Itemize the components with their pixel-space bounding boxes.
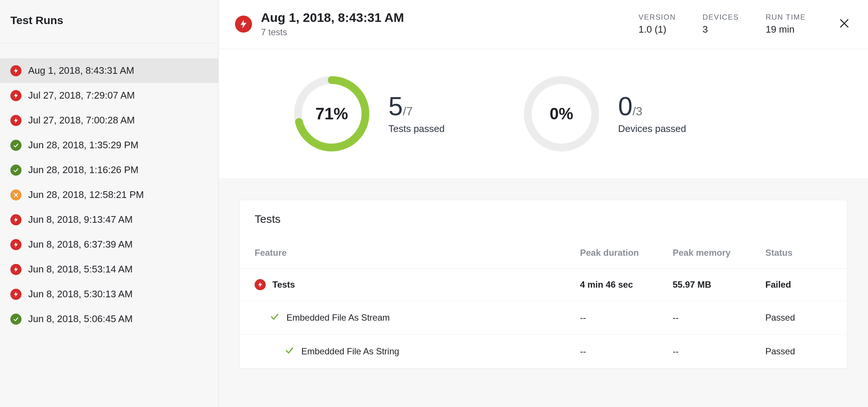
peak-duration-cell: 4 min 46 sec: [580, 279, 673, 290]
col-peak-memory: Peak memory: [673, 248, 765, 258]
sidebar-run-item[interactable]: Jul 27, 2018, 7:29:07 AM: [0, 83, 218, 108]
table-row[interactable]: Embedded File As String----Passed: [240, 335, 847, 368]
sidebar-run-item[interactable]: Jun 28, 2018, 1:35:29 PM: [0, 133, 218, 158]
check-icon: [269, 311, 280, 324]
sidebar-run-label: Jun 8, 2018, 6:37:39 AM: [28, 239, 133, 250]
col-status: Status: [765, 248, 832, 258]
check-icon: [10, 314, 21, 325]
feature-cell: Embedded File As Stream: [255, 311, 580, 324]
sidebar-run-label: Jun 8, 2018, 5:30:13 AM: [28, 288, 133, 300]
sidebar-run-item[interactable]: Jun 8, 2018, 5:53:14 AM: [0, 257, 218, 282]
run-subtitle: 7 tests: [261, 27, 404, 37]
tests-table-body: Tests4 min 46 sec55.97 MBFailedEmbedded …: [240, 269, 847, 368]
meta-runtime-label: RUN TIME: [766, 13, 806, 21]
tests-passed-percent: 71%: [293, 75, 371, 153]
status-cell: Failed: [765, 279, 832, 290]
tests-passed-donut: 71%: [293, 75, 371, 153]
feature-name: Embedded File As Stream: [286, 312, 390, 323]
sidebar-run-item[interactable]: Jun 8, 2018, 5:30:13 AM: [0, 282, 218, 307]
devices-passed-text: 0/3 Devices passed: [618, 93, 686, 135]
sidebar-title: Test Runs: [0, 0, 218, 43]
run-list: Aug 1, 2018, 8:43:31 AMJul 27, 2018, 7:2…: [0, 43, 218, 331]
sidebar-run-label: Jun 8, 2018, 5:53:14 AM: [28, 264, 133, 275]
lightning-icon: [10, 239, 21, 250]
tests-passed-label: Tests passed: [388, 123, 445, 135]
devices-passed-numerator: 0: [618, 92, 633, 121]
tests-passed-summary: 71% 5/7 Tests passed: [293, 75, 445, 153]
sidebar-run-label: Jun 8, 2018, 9:13:47 AM: [28, 214, 133, 225]
main-panel: Aug 1, 2018, 8:43:31 AM 7 tests VERSION …: [219, 0, 868, 407]
run-title-block: Aug 1, 2018, 8:43:31 AM 7 tests: [261, 10, 404, 37]
table-row[interactable]: Embedded File As Stream----Passed: [240, 301, 847, 335]
table-row[interactable]: Tests4 min 46 sec55.97 MBFailed: [240, 269, 847, 301]
sidebar-run-label: Jun 28, 2018, 1:16:26 PM: [28, 164, 139, 176]
sidebar-run-label: Jul 27, 2018, 7:00:28 AM: [28, 115, 135, 126]
meta-devices-label: DEVICES: [702, 13, 739, 21]
tests-card-title: Tests: [240, 200, 847, 233]
meta-runtime: RUN TIME 19 min: [766, 13, 806, 35]
close-icon: [839, 18, 850, 29]
lightning-icon: [10, 115, 21, 126]
tests-passed-text: 5/7 Tests passed: [388, 93, 445, 135]
sidebar-run-item[interactable]: Aug 1, 2018, 8:43:31 AM: [0, 58, 218, 83]
feature-name: Embedded File As String: [301, 346, 399, 357]
devices-passed-donut: 0%: [523, 75, 600, 153]
meta-version-label: VERSION: [639, 13, 676, 21]
status-cell: Passed: [765, 346, 832, 357]
feature-cell: Embedded File As String: [255, 345, 580, 358]
peak-duration-cell: --: [580, 346, 673, 357]
devices-passed-label: Devices passed: [618, 123, 686, 135]
tests-passed-denominator: /7: [403, 105, 413, 118]
devices-passed-summary: 0% 0/3 Devices passed: [523, 75, 686, 153]
status-cell: Passed: [765, 312, 832, 323]
sidebar-run-item[interactable]: Jun 28, 2018, 1:16:26 PM: [0, 158, 218, 182]
lightning-icon: [10, 90, 21, 101]
col-peak-duration: Peak duration: [580, 248, 673, 258]
sidebar-run-item[interactable]: Jun 8, 2018, 5:06:45 AM: [0, 307, 218, 331]
sidebar: Test Runs Aug 1, 2018, 8:43:31 AMJul 27,…: [0, 0, 219, 407]
close-button[interactable]: [837, 16, 852, 31]
meta-devices: DEVICES 3: [702, 13, 739, 35]
peak-memory-cell: --: [673, 312, 765, 323]
meta-version: VERSION 1.0 (1): [639, 13, 676, 35]
run-meta: VERSION 1.0 (1) DEVICES 3 RUN TIME 19 mi…: [639, 13, 852, 35]
devices-passed-percent: 0%: [523, 75, 600, 153]
lightning-icon: [255, 279, 266, 290]
content-area: Tests Feature Peak duration Peak memory …: [219, 179, 868, 407]
lightning-icon: [10, 264, 21, 275]
sidebar-run-label: Jun 8, 2018, 5:06:45 AM: [28, 313, 133, 325]
sidebar-run-item[interactable]: Jun 28, 2018, 12:58:21 PM: [0, 182, 218, 207]
sidebar-run-label: Jul 27, 2018, 7:29:07 AM: [28, 90, 135, 101]
lightning-icon: [235, 16, 252, 33]
lightning-icon: [10, 214, 21, 225]
col-feature: Feature: [255, 248, 580, 258]
tests-passed-numerator: 5: [388, 92, 403, 121]
sidebar-run-label: Aug 1, 2018, 8:43:31 AM: [28, 65, 134, 76]
x-icon: [10, 189, 21, 201]
check-icon: [10, 140, 21, 151]
feature-cell: Tests: [255, 279, 580, 290]
meta-runtime-value: 19 min: [766, 24, 806, 35]
sidebar-run-item[interactable]: Jun 8, 2018, 9:13:47 AM: [0, 207, 218, 232]
feature-name: Tests: [272, 279, 295, 290]
run-title: Aug 1, 2018, 8:43:31 AM: [261, 10, 404, 25]
peak-memory-cell: 55.97 MB: [673, 279, 765, 290]
meta-devices-value: 3: [702, 24, 739, 35]
meta-version-value: 1.0 (1): [639, 24, 676, 35]
sidebar-run-item[interactable]: Jun 8, 2018, 6:37:39 AM: [0, 232, 218, 257]
check-icon: [10, 165, 21, 176]
topbar: Aug 1, 2018, 8:43:31 AM 7 tests VERSION …: [219, 0, 868, 49]
sidebar-run-label: Jun 28, 2018, 12:58:21 PM: [28, 189, 144, 201]
devices-passed-denominator: /3: [633, 105, 643, 118]
peak-duration-cell: --: [580, 312, 673, 323]
lightning-icon: [10, 65, 21, 76]
tests-card: Tests Feature Peak duration Peak memory …: [239, 200, 847, 369]
sidebar-run-item[interactable]: Jul 27, 2018, 7:00:28 AM: [0, 108, 218, 133]
lightning-icon: [10, 289, 21, 300]
sidebar-run-label: Jun 28, 2018, 1:35:29 PM: [28, 139, 139, 151]
peak-memory-cell: --: [673, 346, 765, 357]
check-icon: [284, 345, 295, 358]
tests-table-header: Feature Peak duration Peak memory Status: [240, 233, 847, 269]
summary-panel: 71% 5/7 Tests passed 0% 0/3: [219, 49, 868, 179]
